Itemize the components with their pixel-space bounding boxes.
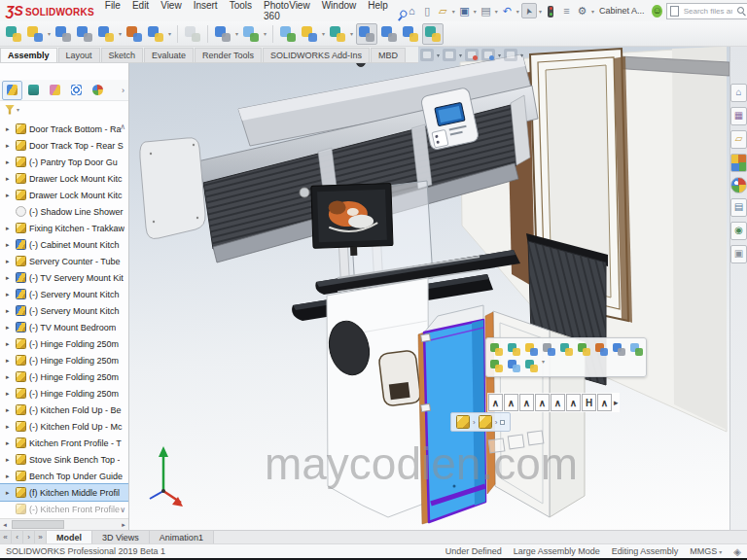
linear-component-pattern-icon[interactable]: [96, 24, 116, 44]
concentric-mate-icon[interactable]: ∧: [551, 394, 565, 411]
view-palette-icon[interactable]: [730, 154, 747, 172]
tree-item[interactable]: ▸(-) Kitchen Fold Up - Mc: [0, 418, 128, 435]
tree-item[interactable]: ▸(-) Hinge Folding 250m: [0, 335, 128, 352]
tangent-mate-icon[interactable]: ∧: [535, 394, 550, 411]
tree-item[interactable]: ▸(f) Kitchen Middle Profil: [0, 484, 128, 501]
doc-tab-model[interactable]: Model: [47, 531, 92, 543]
model-control-panel[interactable]: [420, 88, 480, 151]
expand-arrow-icon[interactable]: ▸: [6, 357, 13, 365]
menu-tools[interactable]: Tools: [227, 0, 255, 23]
tree-item[interactable]: ▸(-) Servery Mount Kitch: [0, 302, 128, 319]
angle-mate-icon[interactable]: ∧: [597, 394, 612, 411]
menu-edit[interactable]: Edit: [129, 0, 152, 23]
expand-arrow-icon[interactable]: ▸: [6, 175, 13, 183]
model-bench-body[interactable]: [324, 278, 429, 517]
expand-arrow-icon[interactable]: ▸: [6, 472, 13, 480]
custom-properties-icon[interactable]: ▤: [730, 198, 747, 217]
pack-and-go-icon[interactable]: ▣: [730, 245, 747, 263]
edit-appearance-icon[interactable]: [465, 49, 479, 61]
appearances-scenes-icon[interactable]: [730, 177, 747, 193]
model-tv-monitor[interactable]: [311, 184, 393, 258]
smart-fasteners-icon[interactable]: [124, 24, 144, 44]
tree-item[interactable]: ▸Kitchen Front Profile - T: [0, 435, 128, 451]
large-design-review-icon[interactable]: [401, 24, 420, 44]
dropdown-caret[interactable]: ▾: [119, 30, 122, 37]
dropdown-caret[interactable]: ▾: [474, 8, 477, 15]
expand-arrow-icon[interactable]: ▸: [6, 307, 13, 315]
featuremanager-tab[interactable]: [2, 81, 22, 100]
file-explorer-icon[interactable]: ▱: [730, 130, 747, 149]
units-selector[interactable]: MMGS▾: [690, 546, 722, 556]
print-icon[interactable]: ▤: [479, 4, 493, 18]
tab-render-tools[interactable]: Render Tools: [195, 48, 262, 62]
expand-arrow-icon[interactable]: ▸: [6, 324, 13, 332]
dropdown-caret[interactable]: ▾: [591, 8, 594, 15]
open-icon[interactable]: ▱: [436, 4, 450, 18]
tree-horizontal-scrollbar[interactable]: ◂ ▸: [0, 518, 128, 530]
show-hidden-components-icon[interactable]: [183, 24, 202, 44]
new-motion-study-icon[interactable]: [278, 24, 298, 44]
graphics-viewport[interactable]: maycodien.com ▾▾▾▾▾ ▾ ∧∧∧∧∧∧H∧▸ ››: [129, 47, 729, 530]
expand-arrow-icon[interactable]: ▸: [6, 456, 13, 464]
bill-of-materials-icon[interactable]: [300, 24, 319, 44]
move-component-icon[interactable]: [146, 24, 165, 44]
scroll-right-icon[interactable]: ▸: [119, 521, 128, 529]
distance-mate-icon[interactable]: H: [582, 394, 596, 411]
tree-item[interactable]: ▸Stove Sink Bench Top -: [0, 451, 128, 468]
doc-tab-animation1[interactable]: Animation1: [150, 531, 214, 543]
scroll-down-icon[interactable]: ∨: [120, 506, 125, 514]
tree-item[interactable]: ▸(-) Pantry Top Door Gu: [0, 154, 128, 170]
status-tag-icon[interactable]: ◈: [733, 546, 741, 557]
measure-icon[interactable]: [558, 341, 574, 357]
apply-scene-icon[interactable]: [481, 49, 495, 61]
tree-item[interactable]: (-) Shadow Line Shower: [0, 203, 128, 220]
tree-item[interactable]: ▸(-) Hinge Folding 250m: [0, 352, 128, 368]
dropdown-caret[interactable]: ▾: [350, 30, 353, 37]
dropdown-caret[interactable]: ▾: [516, 8, 519, 15]
photoview-preview-icon[interactable]: [422, 23, 444, 45]
solidworks-forum-icon[interactable]: ◉: [730, 222, 747, 240]
dropdown-caret[interactable]: ▾: [235, 30, 238, 37]
units-caret[interactable]: ▾: [719, 549, 722, 555]
expand-arrow-icon[interactable]: ▸: [6, 423, 13, 431]
filter-caret[interactable]: ▾: [17, 106, 19, 113]
dropdown-caret[interactable]: ▾: [498, 52, 501, 58]
dropdown-caret[interactable]: ▾: [520, 52, 523, 58]
view-settings-icon[interactable]: [504, 49, 517, 61]
dropdown-caret[interactable]: ▾: [168, 30, 171, 37]
tree-item[interactable]: ▸(-) Kitchen Fold Up - Be: [0, 402, 128, 418]
menu-file[interactable]: File: [102, 0, 124, 23]
tree-item[interactable]: ▸Drawer Lock Mount Kitc: [0, 170, 128, 187]
search-input[interactable]: [682, 6, 734, 17]
edit-component-icon[interactable]: [4, 24, 23, 44]
panel-expand-icon[interactable]: ›: [122, 86, 126, 95]
dropdown-caret[interactable]: ▾: [539, 8, 542, 15]
lock-mate-icon[interactable]: ∧: [566, 394, 581, 411]
expand-arrow-icon[interactable]: ▸: [6, 158, 13, 166]
file-properties-icon[interactable]: ≡: [559, 4, 574, 18]
part-icon[interactable]: [456, 415, 470, 429]
open-part-icon[interactable]: [506, 341, 521, 357]
mate-icon[interactable]: [53, 24, 73, 44]
parallel-mate-icon[interactable]: ∧: [504, 394, 518, 411]
tree-item[interactable]: ▸Drawer Lock Mount Kitc: [0, 187, 128, 203]
scroll-up-icon[interactable]: ∧: [120, 122, 125, 131]
tab-solidworks-add-ins[interactable]: SOLIDWORKS Add-Ins: [263, 48, 370, 62]
tab-evaluate[interactable]: Evaluate: [144, 48, 194, 62]
configurationmanager-tab[interactable]: [45, 81, 65, 100]
expand-arrow-icon[interactable]: ▸: [6, 125, 13, 133]
dropdown-caret[interactable]: ▾: [495, 8, 498, 15]
doc-tab-3d-views[interactable]: 3D Views: [92, 531, 150, 543]
reference-geometry-icon[interactable]: [241, 24, 261, 44]
select-arrow-icon[interactable]: ➤: [521, 3, 537, 18]
mate-icon[interactable]: [611, 341, 626, 357]
dropdown-caret[interactable]: ▾: [437, 52, 440, 58]
expand-arrow-icon[interactable]: ▸: [6, 390, 13, 398]
design-library-icon[interactable]: ▦: [730, 107, 747, 125]
tree-item[interactable]: ▸(-) Servery Mount Kitch: [0, 286, 128, 302]
dropdown-caret[interactable]: ▾: [459, 52, 462, 58]
hide-show-items-icon[interactable]: [443, 49, 456, 61]
dropdown-caret[interactable]: ▾: [452, 8, 455, 15]
menu-insert[interactable]: Insert: [191, 0, 221, 23]
last-tab-nav-icon[interactable]: »: [35, 531, 47, 543]
